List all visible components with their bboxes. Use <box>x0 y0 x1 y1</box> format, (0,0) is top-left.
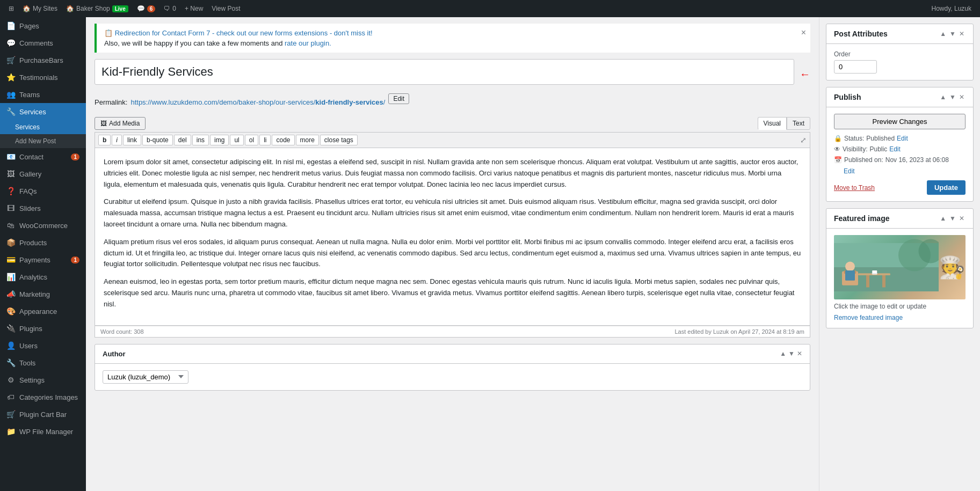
sidebar-item-marketing[interactable]: 📣 Marketing <box>0 285 86 303</box>
marketing-icon: 📣 <box>6 290 15 298</box>
notice-link[interactable]: Redirection for Contact Form 7 - check o… <box>115 29 373 37</box>
sidebar-item-plugins[interactable]: 🔌 Plugins <box>0 320 86 337</box>
permalink-url[interactable]: https://www.luzukdemo.com/demo/baker-sho… <box>130 98 385 106</box>
sidebar-item-comments[interactable]: 💬 Comments <box>0 34 86 52</box>
sidebar-item-payments[interactable]: 💳 Payments 1 <box>0 251 86 268</box>
author-close[interactable]: ✕ <box>797 350 802 357</box>
sidebar-item-wp-file-manager[interactable]: 📁 WP File Manager <box>0 423 86 440</box>
sidebar-item-sliders[interactable]: 🎞 Sliders <box>0 200 86 217</box>
wp-logo-icon[interactable]: ⊞ <box>4 0 18 17</box>
format-ol[interactable]: ol <box>245 135 258 145</box>
format-link[interactable]: link <box>123 135 141 145</box>
sidebar: 📄 Pages 💬 Comments 🛒 PurchaseBars ⭐ Test… <box>0 17 86 491</box>
text-tab[interactable]: Text <box>787 117 810 130</box>
faqs-icon: ❓ <box>6 187 15 195</box>
post-attributes-section: Post Attributes ▲ ▼ ✕ Order <box>826 24 974 80</box>
publish-collapse-up[interactable]: ▲ <box>939 93 947 101</box>
sidebar-item-products[interactable]: 📦 Products <box>0 234 86 251</box>
pa-collapse-down[interactable]: ▼ <box>948 30 957 38</box>
author-header: Author ▲ ▼ ✕ <box>95 345 810 364</box>
format-ul[interactable]: ul <box>230 135 243 145</box>
my-sites-menu[interactable]: 🏠 My Sites <box>18 0 62 17</box>
sidebar-item-testimonials[interactable]: ⭐ Testimonials <box>0 69 86 86</box>
featured-image-header: Featured image ▲ ▼ ✕ <box>826 209 973 229</box>
published-edit-link[interactable]: Edit <box>844 167 855 175</box>
author-collapse-down[interactable]: ▼ <box>788 350 795 357</box>
format-li[interactable]: li <box>259 135 271 145</box>
sites-icon: 🏠 <box>23 5 31 12</box>
sidebar-item-gallery[interactable]: 🖼 Gallery <box>0 165 86 182</box>
editor-content[interactable]: Lorem ipsum dolor sit amet, consectetur … <box>95 148 810 326</box>
publish-actions: Move to Trash Update <box>834 180 966 195</box>
testimonials-icon: ⭐ <box>6 73 15 82</box>
sidebar-item-teams[interactable]: 👥 Teams <box>0 86 86 103</box>
format-close-tags[interactable]: close tags <box>320 135 358 145</box>
visual-tab[interactable]: Visual <box>758 117 787 130</box>
permalink-edit-button[interactable]: Edit <box>388 93 409 104</box>
comments-count[interactable]: 💬 6 <box>133 0 160 17</box>
add-media-button[interactable]: 🖼 Add Media <box>95 117 146 130</box>
sidebar-item-categories-images[interactable]: 🏷 Categories Images <box>0 389 86 406</box>
fi-close[interactable]: ✕ <box>958 215 966 222</box>
sidebar-item-settings[interactable]: ⚙ Settings <box>0 371 86 389</box>
update-button[interactable]: Update <box>927 180 966 195</box>
content-para-2: Curabitur ut eleifend ipsum. Quisque in … <box>104 196 801 230</box>
site-name[interactable]: 🏠 Baker Shop Live <box>62 0 133 17</box>
preview-changes-button[interactable]: Preview Changes <box>834 114 966 129</box>
sidebar-item-pages[interactable]: 📄 Pages <box>0 17 86 34</box>
sidebar-item-tools[interactable]: 🔧 Tools <box>0 354 86 371</box>
format-italic[interactable]: i <box>112 135 122 145</box>
featured-image-section: Featured image ▲ ▼ ✕ <box>826 208 974 328</box>
payments-icon: 💳 <box>6 255 15 264</box>
author-select[interactable]: Luzuk (luzuk_demo) <box>103 370 188 384</box>
sidebar-item-services[interactable]: 🔧 Services <box>0 103 86 120</box>
pa-collapse-up[interactable]: ▲ <box>939 30 947 38</box>
visibility-edit-link[interactable]: Edit <box>889 145 901 153</box>
sidebar-item-users[interactable]: 👤 Users <box>0 337 86 354</box>
sidebar-item-purchasebars[interactable]: 🛒 PurchaseBars <box>0 52 86 69</box>
notice-close-button[interactable]: × <box>801 28 806 38</box>
sidebar-item-analytics[interactable]: 📊 Analytics <box>0 268 86 285</box>
publish-collapse-down[interactable]: ▼ <box>948 93 957 101</box>
publish-close[interactable]: ✕ <box>958 93 966 101</box>
order-label: Order <box>834 50 966 58</box>
sidebar-item-faqs[interactable]: ❓ FAQs <box>0 182 86 200</box>
sidebar-item-woocommerce[interactable]: 🛍 WooCommerce <box>0 217 86 234</box>
sidebar-item-contact[interactable]: 📧 Contact 1 <box>0 148 86 165</box>
fi-collapse-up[interactable]: ▲ <box>939 215 947 222</box>
red-arrow-title: ← <box>800 68 810 80</box>
featured-image-title: Featured image <box>834 214 889 223</box>
format-img[interactable]: img <box>210 135 229 145</box>
format-del[interactable]: del <box>174 135 191 145</box>
format-more[interactable]: more <box>296 135 319 145</box>
sidebar-item-appearance[interactable]: 🎨 Appearance <box>0 303 86 320</box>
post-title-input[interactable] <box>95 59 794 85</box>
author-collapse-up[interactable]: ▲ <box>780 350 786 357</box>
order-input[interactable] <box>834 60 877 74</box>
sidebar-item-plugin-cart-bar[interactable]: 🛒 Plugin Cart Bar <box>0 406 86 423</box>
featured-image-body: Click the image to edit or update Remove… <box>826 229 973 328</box>
move-to-trash-button[interactable]: Move to Trash <box>834 184 875 192</box>
format-expand-button[interactable]: ⤢ <box>800 136 807 144</box>
teams-icon: 👥 <box>6 90 15 99</box>
remove-featured-image-link[interactable]: Remove featured image <box>834 314 903 321</box>
new-post-button[interactable]: + New <box>180 0 207 17</box>
rate-plugin-link[interactable]: rate our plugin. <box>285 39 331 47</box>
svg-rect-3 <box>866 275 869 288</box>
word-count-bar: Word count: 308 Last edited by Luzuk on … <box>95 326 810 338</box>
format-ins[interactable]: ins <box>192 135 209 145</box>
messages-count[interactable]: 🗨 0 <box>159 0 180 17</box>
services-submenu-add-new[interactable]: Add New Post <box>0 134 86 148</box>
notice-link-line: 📋 Redirection for Contact Form 7 - check… <box>104 29 803 37</box>
format-code[interactable]: code <box>272 135 294 145</box>
purchasebars-icon: 🛒 <box>6 56 15 64</box>
status-edit-link[interactable]: Edit <box>897 135 908 142</box>
services-submenu-services[interactable]: Services <box>0 120 86 134</box>
view-post-link[interactable]: View Post <box>207 0 244 17</box>
format-bold[interactable]: b <box>98 135 111 145</box>
fi-collapse-down[interactable]: ▼ <box>948 215 957 222</box>
pa-close[interactable]: ✕ <box>958 30 966 38</box>
format-blockquote[interactable]: b-quote <box>142 135 173 145</box>
content-para-1: Lorem ipsum dolor sit amet, consectetur … <box>104 157 801 190</box>
featured-image-thumbnail[interactable] <box>834 235 966 299</box>
